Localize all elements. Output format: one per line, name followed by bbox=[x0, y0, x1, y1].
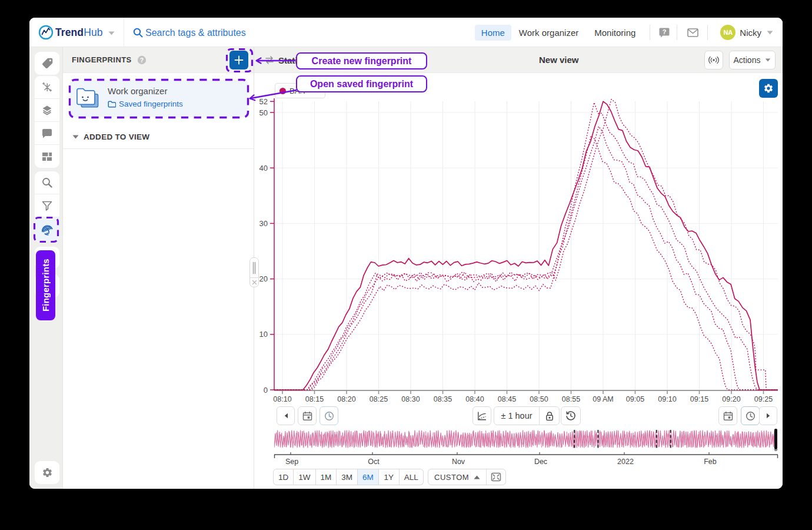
view-title: New view bbox=[539, 47, 579, 73]
saved-item-subtitle[interactable]: Saved fingerprints bbox=[108, 100, 183, 108]
navbar-divider bbox=[124, 18, 124, 47]
settings-button[interactable] bbox=[35, 461, 59, 484]
comment-icon bbox=[42, 128, 52, 138]
start-date-button[interactable] bbox=[298, 406, 317, 425]
brand-caret-icon[interactable] bbox=[108, 31, 115, 35]
plus-icon bbox=[234, 55, 244, 65]
panel-title: FINGERPRINTS bbox=[72, 55, 132, 64]
svg-text:2022: 2022 bbox=[617, 458, 634, 466]
lock-window-button[interactable] bbox=[540, 407, 559, 425]
saved-fingerprint-item[interactable]: Work organizer Saved fingerprints bbox=[70, 80, 248, 117]
rail-search-icon bbox=[42, 177, 52, 188]
tool-search-button[interactable] bbox=[35, 171, 59, 194]
svg-text:08:10: 08:10 bbox=[273, 395, 291, 403]
svg-text:08:20: 08:20 bbox=[337, 395, 355, 403]
axis-remove-button[interactable] bbox=[250, 277, 258, 287]
tool-dashboard-button[interactable] bbox=[35, 145, 59, 168]
svg-text:Dec: Dec bbox=[534, 458, 547, 466]
mail-icon[interactable] bbox=[687, 28, 698, 37]
svg-text:10: 10 bbox=[259, 330, 268, 339]
svg-text:08:40: 08:40 bbox=[465, 395, 484, 403]
svg-text:08:30: 08:30 bbox=[401, 395, 420, 403]
nav-divider bbox=[677, 25, 677, 40]
trendhub-logo-icon[interactable] bbox=[38, 25, 54, 40]
tool-layers-button[interactable] bbox=[35, 99, 59, 122]
help-icon[interactable]: ? bbox=[658, 26, 670, 38]
context-timeline-band[interactable] bbox=[274, 429, 778, 451]
sparkle-icon bbox=[42, 82, 52, 92]
end-date-button[interactable] bbox=[718, 406, 737, 425]
svg-text:09:15: 09:15 bbox=[690, 395, 708, 403]
start-time-button[interactable] bbox=[320, 406, 338, 425]
svg-text:Sep: Sep bbox=[285, 458, 298, 466]
zoom-1m-button[interactable]: 1M bbox=[316, 469, 337, 485]
tool-tag-button[interactable] bbox=[35, 52, 59, 75]
calendar-icon bbox=[302, 411, 312, 421]
brand-title[interactable]: TrendHub bbox=[55, 18, 103, 47]
zoom-1w-button[interactable]: 1W bbox=[294, 469, 315, 485]
user-name[interactable]: Nicky bbox=[740, 28, 761, 38]
compare-mode-button[interactable] bbox=[472, 406, 491, 425]
tool-filter-button[interactable] bbox=[35, 194, 59, 217]
user-caret-icon[interactable] bbox=[767, 31, 773, 35]
history-button[interactable] bbox=[561, 406, 581, 425]
zoom-1y-button[interactable]: 1Y bbox=[379, 469, 400, 485]
zoom-preset-group: 1D 1W 1M 3M 6M 1Y ALL bbox=[273, 469, 424, 485]
swap-icon bbox=[265, 56, 274, 64]
svg-text:09:05: 09:05 bbox=[626, 395, 644, 403]
timeline-month-axis: SepOctNovDec2022Feb bbox=[254, 451, 783, 469]
section-title: ADDED TO VIEW bbox=[84, 132, 149, 141]
avatar[interactable]: NA bbox=[720, 25, 736, 40]
svg-text:Oct: Oct bbox=[368, 458, 380, 466]
fingerprints-drawer-tab[interactable]: Fingerprints bbox=[36, 250, 55, 320]
offset-duration-button[interactable]: ± 1 hour bbox=[494, 407, 540, 425]
svg-text:08:50: 08:50 bbox=[530, 395, 548, 403]
tab-statistics[interactable]: Stati bbox=[265, 47, 298, 73]
tag-icon bbox=[42, 58, 53, 69]
zoom-all-button[interactable]: ALL bbox=[400, 469, 424, 485]
tool-fingerprint-button[interactable] bbox=[35, 217, 59, 242]
fit-view-button[interactable] bbox=[487, 469, 505, 485]
nav-link-home[interactable]: Home bbox=[475, 25, 511, 41]
svg-text:40: 40 bbox=[259, 164, 268, 173]
create-fingerprint-button[interactable] bbox=[229, 51, 248, 69]
section-divider bbox=[63, 148, 254, 149]
lock-icon bbox=[545, 411, 554, 421]
pan-left-button[interactable] bbox=[277, 406, 295, 425]
gear-icon bbox=[42, 467, 53, 478]
pan-right-button[interactable] bbox=[759, 406, 777, 425]
svg-text:08:35: 08:35 bbox=[434, 395, 452, 403]
tool-comment-button[interactable] bbox=[35, 122, 59, 145]
compare-chart-icon bbox=[477, 411, 487, 421]
custom-range-button[interactable]: CUSTOM bbox=[428, 469, 487, 485]
fit-frame-icon bbox=[491, 472, 501, 482]
actions-button[interactable]: Actions bbox=[729, 51, 776, 69]
end-time-button[interactable] bbox=[741, 406, 760, 425]
added-to-view-section[interactable]: ADDED TO VIEW bbox=[72, 132, 149, 141]
svg-text:52: 52 bbox=[259, 97, 268, 106]
folder-icon bbox=[108, 101, 116, 108]
zoom-3m-button[interactable]: 3M bbox=[337, 469, 358, 485]
y-axis-handle[interactable] bbox=[249, 257, 259, 287]
annotation-label-create: Create new fingerprint bbox=[296, 52, 427, 69]
zoom-6m-button[interactable]: 6M bbox=[358, 469, 379, 485]
search-input[interactable]: Search tags & attributes bbox=[145, 18, 246, 47]
trend-chart[interactable]: 08:1008:1508:2008:2508:3008:3508:4008:45… bbox=[254, 73, 783, 409]
live-mode-button[interactable] bbox=[704, 51, 723, 69]
section-caret-icon bbox=[72, 135, 79, 139]
nav-link-work-organizer[interactable]: Work organizer bbox=[519, 28, 578, 38]
tool-sparkle-button[interactable] bbox=[35, 76, 59, 99]
svg-text:50: 50 bbox=[259, 108, 268, 117]
saved-item-title: Work organizer bbox=[108, 86, 167, 96]
svg-text:?: ? bbox=[663, 28, 667, 35]
panel-help-icon[interactable]: ? bbox=[137, 55, 147, 65]
search-icon bbox=[133, 28, 143, 38]
caret-up-icon bbox=[474, 475, 480, 479]
axis-drag-grip[interactable] bbox=[250, 258, 258, 278]
zoom-1d-button[interactable]: 1D bbox=[273, 469, 294, 485]
svg-text:?: ? bbox=[139, 56, 143, 63]
history-icon bbox=[565, 410, 576, 421]
svg-text:09:25: 09:25 bbox=[754, 395, 773, 403]
annotation-label-open: Open saved fingerprint bbox=[296, 75, 427, 92]
nav-link-monitoring[interactable]: Monitoring bbox=[594, 28, 635, 38]
